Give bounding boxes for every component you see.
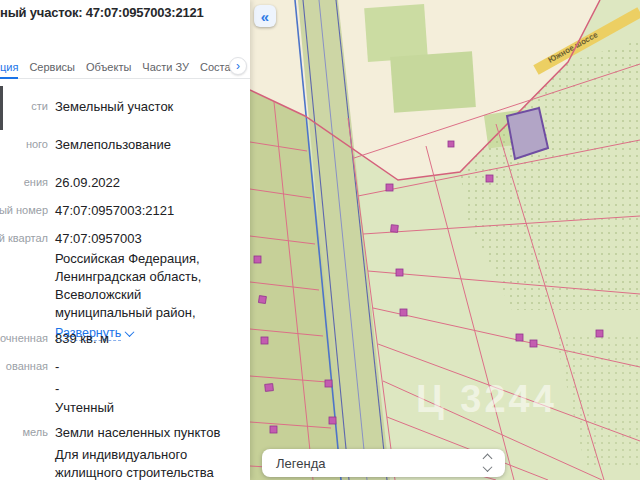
field-label: ения [24, 176, 48, 188]
panel-title: ный участок: 47:07:0957003:2121 [0, 5, 244, 20]
field-value: 47:07:0957003 [55, 230, 240, 248]
field-label: мель [23, 426, 48, 438]
field-row: ый квартал47:07:0957003 [0, 230, 250, 248]
field-value: - [55, 358, 240, 376]
field-label: ного [26, 138, 48, 150]
field-value: Земли населенных пунктов [55, 424, 240, 442]
field-value: 26.09.2022 [55, 174, 240, 192]
field-row: ный номер47:07:0957003:2121 [0, 202, 250, 220]
field-value: Земельный участок [55, 98, 240, 116]
tab-parcel-parts[interactable]: Части ЗУ [142, 56, 189, 78]
info-panel: ный участок: 47:07:0957003:2121 ция Серв… [0, 0, 250, 480]
field-value: Учтенный [55, 399, 240, 417]
field-label: ованная [6, 360, 48, 372]
chevron-down-icon [483, 462, 493, 472]
scrollbar-thumb[interactable] [0, 86, 3, 130]
field-label: ный номер [0, 204, 48, 216]
tab-info[interactable]: ция [0, 56, 18, 78]
legend-label: Легенда [276, 456, 325, 471]
field-value: 47:07:0957003:2121 [55, 202, 240, 220]
tabs-bar: ция Сервисы Объекты Части ЗУ Состав › [0, 56, 250, 79]
legend-toggle[interactable] [482, 453, 493, 474]
field-value: 839 кв. м [55, 330, 240, 348]
field-row: ованная- [0, 358, 250, 376]
field-value: Российская Федерация, Ленинградская обла… [55, 250, 240, 322]
field-label: сти [31, 100, 48, 112]
field-row: мельЗемли населенных пунктов [0, 424, 250, 442]
field-value: Землепользование [55, 136, 240, 154]
field-row: Учтенный [0, 399, 250, 417]
field-row: ения26.09.2022 [0, 174, 250, 192]
field-row: Для индивидуального жилищного строительс… [0, 446, 250, 480]
field-value: Для индивидуального жилищного строительс… [55, 446, 240, 480]
legend-bar[interactable]: Легенда [262, 449, 505, 477]
field-row-address: Российская Федерация, Ленинградская обла… [0, 250, 250, 341]
field-row: очненная839 кв. м [0, 330, 250, 348]
tabs-more-button[interactable]: › [229, 57, 247, 75]
field-row: стиЗемельный участок [0, 98, 250, 116]
tab-services[interactable]: Сервисы [29, 56, 75, 78]
field-label: очненная [0, 332, 48, 344]
field-row: - [0, 380, 250, 398]
field-value: - [55, 380, 240, 398]
collapse-panel-button[interactable]: « [254, 5, 276, 27]
app-root: ный участок: 47:07:0957003:2121 ция Серв… [0, 0, 640, 480]
map-area[interactable]: Южное шоссе [250, 0, 640, 480]
fields-list: стиЗемельный участок ногоЗемлепользовани… [0, 84, 250, 480]
chevron-right-icon: › [236, 59, 240, 73]
tab-objects[interactable]: Объекты [86, 56, 131, 78]
field-label: ый квартал [0, 232, 48, 244]
field-row: ногоЗемлепользование [0, 136, 250, 154]
cadastral-map-svg[interactable]: Южное шоссе [250, 0, 640, 480]
